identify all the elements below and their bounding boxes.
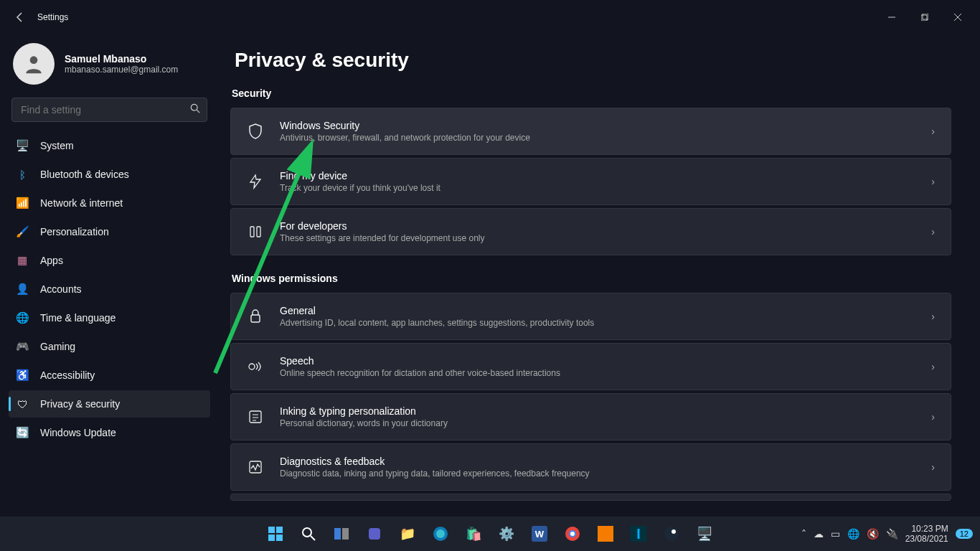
nav-item-system[interactable]: 🖥️System — [9, 132, 210, 159]
account-name: Samuel Mbanaso — [65, 53, 178, 65]
nav-item-gaming[interactable]: 🎮Gaming — [9, 333, 210, 360]
nav-item-bluetooth[interactable]: ᛒBluetooth & devices — [9, 161, 210, 188]
chevron-right-icon: › — [931, 126, 935, 137]
card-title: Find my device — [280, 170, 915, 182]
update-icon: 🔄 — [16, 426, 29, 439]
card-diagnostics[interactable]: Diagnostics & feedback Diagnostic data, … — [230, 443, 951, 491]
taskbar-center: 📁 🛍️ ⚙️ W 🖥️ — [261, 519, 719, 548]
card-inking-typing[interactable]: Inking & typing personalization Personal… — [230, 393, 951, 441]
maximize-button[interactable] — [908, 6, 941, 29]
card-desc: These settings are intended for developm… — [280, 233, 915, 243]
app-button-3[interactable]: 🖥️ — [690, 519, 719, 548]
nav-item-accessibility[interactable]: ♿Accessibility — [9, 362, 210, 389]
onedrive-icon[interactable]: ☁ — [814, 528, 824, 540]
sidebar: Samuel Mbanaso mbanaso.samuel@gmail.com … — [0, 34, 219, 517]
search-input[interactable] — [11, 98, 207, 122]
nav-item-time-language[interactable]: 🌐Time & language — [9, 304, 210, 331]
shield-icon — [247, 123, 264, 139]
account-email: mbanaso.samuel@gmail.com — [65, 65, 178, 75]
notification-badge[interactable]: 12 — [956, 529, 973, 539]
chevron-right-icon: › — [931, 411, 935, 423]
nav-item-windows-update[interactable]: 🔄Windows Update — [9, 419, 210, 446]
search-box — [11, 98, 207, 122]
task-view-button[interactable] — [327, 519, 356, 548]
edge-button[interactable] — [426, 519, 455, 548]
lock-icon — [247, 309, 264, 324]
time-label: 10:23 PM — [905, 524, 948, 534]
date-label: 23/08/2021 — [905, 534, 948, 544]
wifi-icon: 📶 — [16, 197, 29, 209]
back-button[interactable] — [6, 3, 34, 32]
file-explorer-button[interactable]: 📁 — [393, 519, 422, 548]
nav-label: Network & internet — [40, 197, 123, 209]
nav-item-personalization[interactable]: 🖌️Personalization — [9, 218, 210, 245]
close-button[interactable] — [941, 6, 974, 29]
svg-point-6 — [191, 104, 197, 110]
svg-rect-24 — [334, 528, 341, 540]
network-icon[interactable]: 🌐 — [847, 528, 859, 540]
nav-label: Accounts — [40, 283, 82, 295]
card-windows-security[interactable]: Windows Security Antivirus, browser, fir… — [230, 108, 951, 155]
card-desc: Advertising ID, local content, app launc… — [280, 318, 915, 328]
volume-icon[interactable]: 🔇 — [867, 528, 879, 540]
person-icon: 👤 — [16, 283, 29, 296]
svg-rect-1 — [921, 15, 927, 21]
arrow-left-icon — [14, 11, 26, 23]
tray-chevron-icon[interactable]: ˄ — [801, 528, 806, 540]
battery-icon[interactable]: ▭ — [831, 528, 840, 540]
nav-item-network[interactable]: 📶Network & internet — [9, 189, 210, 217]
app-button-2[interactable] — [624, 519, 653, 548]
nav-label: Accessibility — [40, 369, 95, 381]
card-title: Speech — [280, 355, 915, 367]
card-for-developers[interactable]: For developers These settings are intend… — [230, 208, 951, 255]
taskbar-clock[interactable]: 10:23 PM 23/08/2021 — [905, 524, 948, 545]
page-title: Privacy & security — [235, 49, 951, 72]
app-title: Settings — [37, 12, 68, 22]
power-icon[interactable]: 🔌 — [886, 528, 898, 540]
card-title: Inking & typing personalization — [280, 405, 915, 417]
word-button[interactable]: W — [525, 519, 554, 548]
content-area: Privacy & security Security Windows Secu… — [219, 34, 980, 517]
nav-item-privacy[interactable]: 🛡Privacy & security — [9, 390, 210, 418]
svg-point-22 — [303, 528, 311, 537]
svg-point-33 — [570, 532, 575, 536]
card-title: Diagnostics & feedback — [280, 456, 915, 467]
nav-label: Gaming — [40, 341, 75, 352]
steam-button[interactable] — [657, 519, 686, 548]
svg-point-11 — [249, 364, 255, 369]
card-partial[interactable] — [230, 494, 951, 501]
svg-point-28 — [436, 529, 445, 538]
svg-rect-26 — [369, 528, 380, 540]
title-bar: Settings — [0, 0, 980, 34]
settings-button[interactable]: ⚙️ — [492, 519, 521, 548]
svg-rect-2 — [923, 14, 928, 19]
section-security-label: Security — [232, 88, 951, 99]
app-button-1[interactable] — [591, 519, 620, 548]
svg-point-37 — [672, 529, 676, 534]
card-general[interactable]: General Advertising ID, local content, a… — [230, 293, 951, 340]
start-button[interactable] — [261, 519, 290, 548]
accessibility-icon: ♿ — [16, 369, 29, 382]
card-find-my-device[interactable]: Find my device Track your device if you … — [230, 158, 951, 205]
taskbar-right: ˄ ☁ ▭ 🌐 🔇 🔌 10:23 PM 23/08/2021 12 — [801, 524, 980, 545]
store-button[interactable]: 🛍️ — [459, 519, 488, 548]
location-icon — [247, 174, 264, 189]
gaming-icon: 🎮 — [16, 340, 29, 353]
taskbar: 📁 🛍️ ⚙️ W 🖥️ ˄ ☁ ▭ 🌐 🔇 🔌 10:23 PM 23/08/… — [0, 517, 980, 551]
account-block[interactable]: Samuel Mbanaso mbanaso.samuel@gmail.com — [9, 40, 210, 98]
nav-label: Apps — [40, 255, 63, 266]
widgets-button[interactable] — [360, 519, 389, 548]
card-title: Windows Security — [280, 120, 915, 131]
nav-item-apps[interactable]: ▦Apps — [9, 247, 210, 274]
nav-label: Privacy & security — [40, 398, 120, 410]
nav-label: Time & language — [40, 312, 116, 324]
minimize-button[interactable] — [875, 6, 908, 29]
nav-item-accounts[interactable]: 👤Accounts — [9, 276, 210, 303]
speech-icon — [247, 360, 264, 373]
search-button[interactable] — [294, 519, 323, 548]
nav-label: Bluetooth & devices — [40, 169, 129, 180]
chrome-button[interactable] — [558, 519, 587, 548]
developer-icon — [247, 225, 264, 239]
card-title: General — [280, 305, 915, 316]
card-speech[interactable]: Speech Online speech recognition for dic… — [230, 343, 951, 390]
